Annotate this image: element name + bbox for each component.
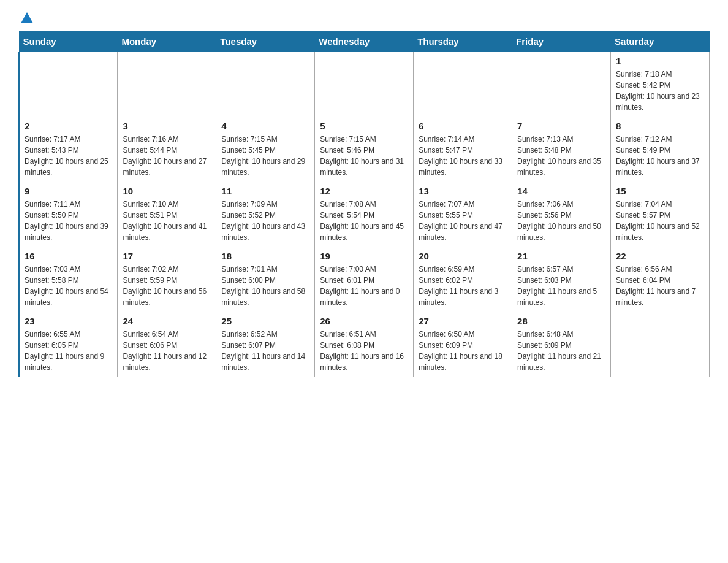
day-number: 17 (123, 251, 211, 261)
calendar-week-4: 16Sunrise: 7:03 AMSunset: 5:58 PMDayligh… (19, 247, 710, 312)
day-detail: Sunrise: 6:51 AMSunset: 6:08 PMDaylight:… (320, 329, 408, 373)
day-number: 13 (419, 186, 507, 196)
day-number: 11 (221, 186, 309, 196)
calendar-cell: 12Sunrise: 7:08 AMSunset: 5:54 PMDayligh… (315, 182, 414, 247)
calendar-cell: 5Sunrise: 7:15 AMSunset: 5:46 PMDaylight… (315, 117, 414, 182)
calendar-cell: 23Sunrise: 6:55 AMSunset: 6:05 PMDayligh… (19, 312, 118, 377)
day-number: 10 (123, 186, 211, 196)
day-number: 7 (517, 121, 605, 131)
day-number: 1 (616, 56, 704, 66)
calendar-week-5: 23Sunrise: 6:55 AMSunset: 6:05 PMDayligh… (19, 312, 710, 377)
day-number: 18 (221, 251, 309, 261)
day-number: 27 (419, 316, 507, 326)
calendar-cell (19, 52, 118, 117)
calendar-cell: 18Sunrise: 7:01 AMSunset: 6:00 PMDayligh… (216, 247, 315, 312)
day-number: 15 (616, 186, 704, 196)
day-detail: Sunrise: 6:52 AMSunset: 6:07 PMDaylight:… (221, 329, 309, 373)
calendar-cell (118, 52, 216, 117)
day-number: 3 (123, 121, 211, 131)
weekday-header-monday: Monday (118, 31, 216, 52)
day-number: 4 (221, 121, 309, 131)
calendar-cell: 26Sunrise: 6:51 AMSunset: 6:08 PMDayligh… (315, 312, 414, 377)
day-detail: Sunrise: 7:10 AMSunset: 5:51 PMDaylight:… (123, 199, 211, 243)
day-number: 19 (320, 251, 408, 261)
day-detail: Sunrise: 7:14 AMSunset: 5:47 PMDaylight:… (419, 134, 507, 178)
calendar-cell: 19Sunrise: 7:00 AMSunset: 6:01 PMDayligh… (315, 247, 414, 312)
calendar-cell: 6Sunrise: 7:14 AMSunset: 5:47 PMDaylight… (414, 117, 512, 182)
weekday-header-saturday: Saturday (611, 31, 710, 52)
calendar-cell: 24Sunrise: 6:54 AMSunset: 6:06 PMDayligh… (118, 312, 216, 377)
day-number: 24 (123, 316, 211, 326)
day-detail: Sunrise: 6:56 AMSunset: 6:04 PMDaylight:… (616, 264, 704, 308)
calendar-cell: 3Sunrise: 7:16 AMSunset: 5:44 PMDaylight… (118, 117, 216, 182)
calendar-cell: 11Sunrise: 7:09 AMSunset: 5:52 PMDayligh… (216, 182, 315, 247)
day-number: 25 (221, 316, 309, 326)
day-number: 16 (25, 251, 112, 261)
day-number: 8 (616, 121, 704, 131)
calendar-cell: 14Sunrise: 7:06 AMSunset: 5:56 PMDayligh… (512, 182, 611, 247)
day-detail: Sunrise: 7:07 AMSunset: 5:55 PMDaylight:… (419, 199, 507, 243)
calendar-cell: 4Sunrise: 7:15 AMSunset: 5:45 PMDaylight… (216, 117, 315, 182)
day-number: 23 (25, 316, 112, 326)
logo-triangle-icon (21, 12, 33, 23)
day-detail: Sunrise: 6:57 AMSunset: 6:03 PMDaylight:… (517, 264, 605, 308)
day-number: 14 (517, 186, 605, 196)
day-detail: Sunrise: 7:11 AMSunset: 5:50 PMDaylight:… (25, 199, 112, 243)
day-number: 26 (320, 316, 408, 326)
day-number: 12 (320, 186, 408, 196)
day-number: 21 (517, 251, 605, 261)
weekday-header-wednesday: Wednesday (315, 31, 414, 52)
calendar-cell: 2Sunrise: 7:17 AMSunset: 5:43 PMDaylight… (19, 117, 118, 182)
calendar-week-1: 1Sunrise: 7:18 AMSunset: 5:42 PMDaylight… (19, 52, 710, 117)
day-detail: Sunrise: 6:59 AMSunset: 6:02 PMDaylight:… (419, 264, 507, 308)
calendar-cell: 21Sunrise: 6:57 AMSunset: 6:03 PMDayligh… (512, 247, 611, 312)
day-detail: Sunrise: 7:15 AMSunset: 5:46 PMDaylight:… (320, 134, 408, 178)
day-detail: Sunrise: 7:02 AMSunset: 5:59 PMDaylight:… (123, 264, 211, 308)
calendar-header: SundayMondayTuesdayWednesdayThursdayFrid… (19, 31, 710, 52)
calendar-cell: 20Sunrise: 6:59 AMSunset: 6:02 PMDayligh… (414, 247, 512, 312)
calendar-cell: 28Sunrise: 6:48 AMSunset: 6:09 PMDayligh… (512, 312, 611, 377)
day-detail: Sunrise: 6:50 AMSunset: 6:09 PMDaylight:… (419, 329, 507, 373)
calendar-cell (611, 312, 710, 377)
day-detail: Sunrise: 7:16 AMSunset: 5:44 PMDaylight:… (123, 134, 211, 178)
calendar-cell: 10Sunrise: 7:10 AMSunset: 5:51 PMDayligh… (118, 182, 216, 247)
day-detail: Sunrise: 7:01 AMSunset: 6:00 PMDaylight:… (221, 264, 309, 308)
day-detail: Sunrise: 6:55 AMSunset: 6:05 PMDaylight:… (25, 329, 112, 373)
calendar-cell: 13Sunrise: 7:07 AMSunset: 5:55 PMDayligh… (414, 182, 512, 247)
weekday-header-row: SundayMondayTuesdayWednesdayThursdayFrid… (19, 31, 710, 52)
calendar-cell: 1Sunrise: 7:18 AMSunset: 5:42 PMDaylight… (611, 52, 710, 117)
calendar-cell (414, 52, 512, 117)
weekday-header-tuesday: Tuesday (216, 31, 315, 52)
calendar-cell: 27Sunrise: 6:50 AMSunset: 6:09 PMDayligh… (414, 312, 512, 377)
calendar-week-3: 9Sunrise: 7:11 AMSunset: 5:50 PMDaylight… (19, 182, 710, 247)
calendar-cell: 22Sunrise: 6:56 AMSunset: 6:04 PMDayligh… (611, 247, 710, 312)
day-number: 22 (616, 251, 704, 261)
calendar-cell (512, 52, 611, 117)
day-number: 5 (320, 121, 408, 131)
calendar-cell (315, 52, 414, 117)
day-number: 28 (517, 316, 605, 326)
calendar-cell (216, 52, 315, 117)
calendar-week-2: 2Sunrise: 7:17 AMSunset: 5:43 PMDaylight… (19, 117, 710, 182)
day-detail: Sunrise: 7:00 AMSunset: 6:01 PMDaylight:… (320, 264, 408, 308)
calendar-body: 1Sunrise: 7:18 AMSunset: 5:42 PMDaylight… (19, 52, 710, 377)
page-header (18, 12, 710, 25)
calendar-cell: 15Sunrise: 7:04 AMSunset: 5:57 PMDayligh… (611, 182, 710, 247)
weekday-header-friday: Friday (512, 31, 611, 52)
calendar-cell: 17Sunrise: 7:02 AMSunset: 5:59 PMDayligh… (118, 247, 216, 312)
day-detail: Sunrise: 7:13 AMSunset: 5:48 PMDaylight:… (517, 134, 605, 178)
day-detail: Sunrise: 7:03 AMSunset: 5:58 PMDaylight:… (25, 264, 112, 308)
day-detail: Sunrise: 7:04 AMSunset: 5:57 PMDaylight:… (616, 199, 704, 243)
day-detail: Sunrise: 7:18 AMSunset: 5:42 PMDaylight:… (616, 69, 704, 113)
calendar-table: SundayMondayTuesdayWednesdayThursdayFrid… (18, 31, 710, 377)
calendar-cell: 9Sunrise: 7:11 AMSunset: 5:50 PMDaylight… (19, 182, 118, 247)
day-number: 20 (419, 251, 507, 261)
day-detail: Sunrise: 7:17 AMSunset: 5:43 PMDaylight:… (25, 134, 112, 178)
day-detail: Sunrise: 6:48 AMSunset: 6:09 PMDaylight:… (517, 329, 605, 373)
day-detail: Sunrise: 7:08 AMSunset: 5:54 PMDaylight:… (320, 199, 408, 243)
day-detail: Sunrise: 7:12 AMSunset: 5:49 PMDaylight:… (616, 134, 704, 178)
calendar-cell: 8Sunrise: 7:12 AMSunset: 5:49 PMDaylight… (611, 117, 710, 182)
weekday-header-sunday: Sunday (19, 31, 118, 52)
calendar-cell: 7Sunrise: 7:13 AMSunset: 5:48 PMDaylight… (512, 117, 611, 182)
calendar-cell: 16Sunrise: 7:03 AMSunset: 5:58 PMDayligh… (19, 247, 118, 312)
